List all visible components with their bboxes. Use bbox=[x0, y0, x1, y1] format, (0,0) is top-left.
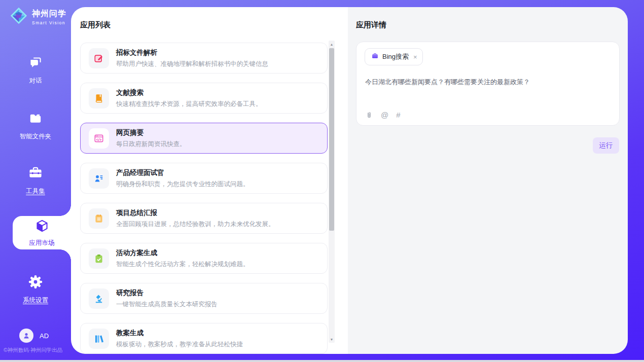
paperclip-icon[interactable] bbox=[365, 111, 373, 119]
app-card-literature-search[interactable]: 文献搜索 快速精准查找学术资源，提高研究效率的必备工具。 bbox=[80, 83, 328, 114]
scrollbar-up-arrow[interactable]: ▲ bbox=[329, 41, 335, 48]
app-card-event-plan[interactable]: 活动方案生成 智能生成个性化活动方案，轻松解决规划难题。 bbox=[80, 243, 328, 274]
sidebar-item-label: 智能文件夹 bbox=[20, 132, 52, 141]
books-icon bbox=[89, 329, 109, 349]
prompt-card: Bing搜索 × 今日湖北有哪些新闻要点？有哪些需要关注的最新政策？ @ # bbox=[356, 42, 620, 126]
app-card-title: 研究报告 bbox=[116, 288, 218, 298]
run-button[interactable]: 运行 bbox=[593, 137, 619, 154]
app-card-lesson-plan[interactable]: 教案生成 模板驱动，教案秒成，教学准备从此轻松快捷 bbox=[80, 323, 328, 354]
cube-icon bbox=[34, 219, 50, 236]
app-card-list: 招标文件解析 帮助用户快速、准确地理解和解析招标书中的关键信息 文献搜索 快速精… bbox=[80, 43, 328, 354]
sidebar-item-smart-folder[interactable]: 智能文件夹 bbox=[0, 112, 71, 141]
sidebar-item-chat[interactable]: 对话 bbox=[0, 56, 71, 85]
sidebar-item-label: 对话 bbox=[29, 77, 42, 85]
sidebar: 神州问学 Smart Vision 对话 智能文件夹 bbox=[0, 0, 71, 362]
gear-icon bbox=[28, 274, 43, 292]
app-card-title: 招标文件解析 bbox=[116, 48, 268, 57]
app-card-title: 教案生成 bbox=[116, 329, 243, 338]
sidebar-item-app-market[interactable]: 应用市场 bbox=[13, 216, 71, 249]
gem-diamond-icon bbox=[9, 6, 28, 27]
app-card-desc: 模板驱动，教案秒成，教学准备从此轻松快捷 bbox=[116, 340, 243, 349]
close-icon[interactable]: × bbox=[413, 53, 417, 61]
app-card-title: 项目总结汇报 bbox=[116, 208, 275, 218]
sidebar-item-label: 应用市场 bbox=[29, 239, 55, 247]
scrollbar-down-arrow[interactable]: ▼ bbox=[329, 336, 335, 343]
app-card-desc: 全面回顾项目进展，总结经验教训，助力未来优化发展。 bbox=[116, 220, 275, 229]
user-account[interactable]: AD bbox=[19, 329, 49, 343]
at-icon[interactable]: @ bbox=[381, 111, 388, 119]
briefcase-icon bbox=[371, 52, 379, 62]
app-card-bid-parse[interactable]: 招标文件解析 帮助用户快速、准确地理解和解析招标书中的关键信息 bbox=[80, 43, 328, 74]
app-card-desc: 快速精准查找学术资源，提高研究效率的必备工具。 bbox=[116, 100, 262, 108]
app-list-title: 应用列表 bbox=[80, 20, 111, 30]
sidebar-item-label: 系统设置 bbox=[23, 296, 48, 305]
app-card-title: 网页摘要 bbox=[116, 128, 186, 137]
app-detail-title: 应用详情 bbox=[356, 20, 386, 30]
brand-name: 神州问学 bbox=[32, 9, 66, 19]
book-icon bbox=[89, 88, 109, 108]
tool-chip-label: Bing搜索 bbox=[382, 52, 409, 61]
chat-icon bbox=[28, 56, 43, 72]
sidebar-item-settings[interactable]: 系统设置 bbox=[0, 274, 71, 305]
app-card-desc: 帮助用户快速、准确地理解和解析招标书中的关键信息 bbox=[116, 60, 268, 68]
app-card-pm-interviewer[interactable]: 产品经理面试官 明确身份和职责，为您提供专业性的面试问题。 bbox=[80, 163, 328, 194]
app-card-research-report[interactable]: 研究报告 一键智能生成高质量长文本研究报告 bbox=[80, 283, 328, 314]
app-card-title: 活动方案生成 bbox=[116, 248, 249, 258]
app-card-desc: 明确身份和职责，为您提供专业性的面试问题。 bbox=[116, 180, 249, 189]
window-bottom-edge bbox=[0, 360, 644, 362]
content-area: 应用列表 招标文件解析 帮助用户快速、准确地理解和解析招标书中的关键信息 bbox=[71, 7, 628, 354]
browser-code-icon bbox=[89, 128, 109, 149]
avatar bbox=[19, 329, 33, 343]
notepad-icon bbox=[89, 208, 109, 229]
brand: 神州问学 Smart Vision bbox=[9, 6, 66, 27]
scrollbar-thumb[interactable] bbox=[329, 48, 334, 231]
sidebar-item-label: 工具集 bbox=[26, 187, 45, 196]
app-card-web-summary[interactable]: 网页摘要 每日政府新闻资讯快查。 bbox=[80, 123, 328, 154]
app-detail-panel: 应用详情 Bing搜索 × 今日湖北有哪些新闻要点？有哪些需要关注的最新政策？ bbox=[348, 7, 628, 354]
folder-icon bbox=[28, 112, 43, 128]
user-initials: AD bbox=[40, 332, 49, 340]
copyright-footer: ©神州数码·神州问学出品 bbox=[4, 347, 75, 354]
hash-icon[interactable]: # bbox=[396, 111, 400, 119]
app-card-title: 文献搜索 bbox=[116, 88, 262, 97]
toolbox-icon bbox=[28, 165, 43, 183]
app-card-desc: 智能生成个性化活动方案，轻松解决规划难题。 bbox=[116, 260, 249, 269]
scrollbar[interactable]: ▲ ▼ bbox=[329, 41, 335, 343]
prompt-input[interactable]: 今日湖北有哪些新闻要点？有哪些需要关注的最新政策？ bbox=[365, 77, 609, 87]
app-card-desc: 一键智能生成高质量长文本研究报告 bbox=[116, 300, 218, 309]
pen-square-icon bbox=[89, 48, 109, 68]
tool-chip-bing-search[interactable]: Bing搜索 × bbox=[365, 48, 423, 65]
sidebar-item-toolset[interactable]: 工具集 bbox=[0, 165, 71, 196]
app-card-title: 产品经理面试官 bbox=[116, 168, 249, 177]
app-card-project-summary[interactable]: 项目总结汇报 全面回顾项目进展，总结经验教训，助力未来优化发展。 bbox=[80, 203, 328, 234]
app-card-desc: 每日政府新闻资讯快查。 bbox=[116, 140, 186, 149]
microscope-icon bbox=[89, 288, 109, 309]
brand-subtitle: Smart Vision bbox=[32, 20, 66, 25]
app-list-panel: 应用列表 招标文件解析 帮助用户快速、准确地理解和解析招标书中的关键信息 bbox=[71, 7, 348, 354]
interviewer-icon bbox=[89, 168, 109, 189]
person-icon bbox=[22, 332, 30, 340]
clipboard-check-icon bbox=[89, 248, 109, 269]
prompt-toolbar: @ # bbox=[365, 111, 401, 119]
